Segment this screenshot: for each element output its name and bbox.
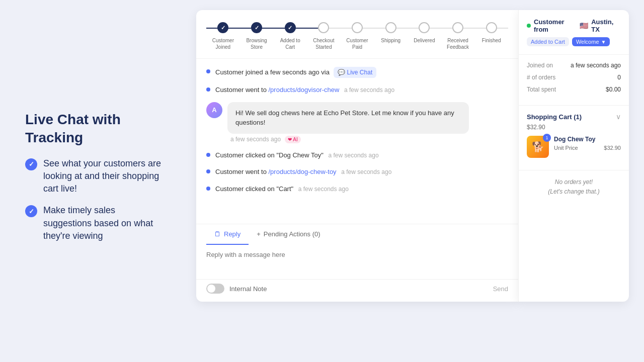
reply-input[interactable]	[206, 251, 508, 271]
livechat-icon: 💬	[338, 68, 345, 77]
check-icon-1	[25, 158, 37, 170]
step-label-9: Finished	[482, 37, 501, 44]
steps-row: CustomerJoined BrowsingStore Added toCar…	[206, 22, 508, 50]
orders-label: # of orders	[527, 74, 555, 81]
no-orders-line1: No orders yet!	[527, 177, 621, 187]
step-circle-1	[217, 22, 228, 33]
chat-footer: Internal Note Send	[196, 279, 518, 302]
feature-text-1: See what your customers are looking at a…	[43, 157, 166, 196]
event-time-2: a few seconds ago	[344, 86, 394, 94]
badge-welcome: Welcome ▼	[572, 37, 610, 46]
step-browsing-store: BrowsingStore	[240, 22, 274, 50]
tab-reply[interactable]: 🗒 Reply	[206, 224, 249, 245]
message-meta-1: a few seconds ago ❤ AI	[227, 136, 469, 143]
event-text-joined: Customer joined a few seconds ago via 💬 …	[215, 67, 376, 78]
event-dot-5	[206, 187, 210, 191]
unit-price-value: $32.90	[604, 145, 621, 151]
right-panel: Customer from 🇺🇸 Austin, TX Added to Car…	[518, 10, 629, 302]
chevron-down-icon: ▼	[601, 39, 606, 45]
step-customer-paid: CustomerPaid	[341, 22, 374, 50]
joined-value: a few seconds ago	[571, 62, 621, 69]
step-finished: Finished	[474, 22, 508, 44]
cart-item-1: 🐕 1 Dog Chew Toy Unit Price $32.90	[527, 131, 621, 163]
chat-messages[interactable]: Customer joined a few seconds ago via 💬 …	[196, 59, 518, 224]
product-quantity-badge: 1	[543, 134, 551, 142]
product-price-row: Unit Price $32.90	[554, 145, 621, 151]
event-text-clicked-toy: Customer clicked on "Dog Chew Toy" a few…	[215, 150, 379, 160]
no-orders-text: No orders yet! (Let's change that.)	[527, 177, 621, 197]
check-icon-2	[25, 205, 37, 217]
step-circle-2	[251, 22, 262, 33]
cart-chevron-icon[interactable]: ∨	[616, 113, 621, 121]
page-title: Live Chat with Tracking	[25, 111, 166, 147]
feature-text-2: Make timely sales suggestions based on w…	[43, 204, 166, 242]
step-customer-joined: CustomerJoined	[206, 22, 240, 50]
feature-item-2: Make timely sales suggestions based on w…	[25, 204, 166, 242]
online-indicator	[527, 24, 531, 28]
link-dog-chew-toy[interactable]: /products/dog-chew-toy	[269, 168, 337, 175]
event-dot-1	[206, 69, 210, 73]
unit-price-label: Unit Price	[554, 145, 578, 151]
joined-label: Joined on	[527, 62, 553, 69]
chat-tabs: 🗒 Reply + Pending Actions (0)	[196, 224, 518, 245]
orders-section: No orders yet! (Let's change that.)	[519, 170, 629, 204]
reply-icon: 🗒	[214, 230, 221, 238]
event-time-4: a few seconds ago	[341, 168, 391, 175]
tab-pending-actions[interactable]: + Pending Actions (0)	[249, 224, 328, 245]
info-joined: Joined on a few seconds ago	[527, 62, 621, 69]
step-circle-5	[352, 22, 363, 33]
event-joined: Customer joined a few seconds ago via 💬 …	[206, 67, 508, 78]
customer-title: Customer from 🇺🇸 Austin, TX	[527, 18, 621, 33]
customer-location: Austin, TX	[591, 18, 621, 33]
step-label-1: CustomerJoined	[212, 37, 234, 50]
step-label-8: ReceivedFeedback	[447, 37, 469, 50]
event-went-to-1: Customer went to /products/dogvisor-chew…	[206, 85, 508, 95]
event-clicked-toy: Customer clicked on "Dog Chew Toy" a few…	[206, 150, 508, 160]
product-thumbnail: 🐕 1	[527, 136, 549, 158]
customer-header: Customer from 🇺🇸 Austin, TX Added to Car…	[519, 10, 629, 55]
step-shipping: Shipping	[374, 22, 408, 44]
internal-note-label: Internal Note	[229, 285, 267, 293]
ai-badge: ❤ AI	[285, 136, 301, 143]
step-circle-3	[285, 22, 296, 33]
cart-total: $32.90	[527, 124, 621, 131]
step-checkout-started: CheckoutStarted	[307, 22, 341, 50]
no-orders-line2: (Let's change that.)	[527, 187, 621, 197]
main-area: CustomerJoined BrowsingStore Added toCar…	[191, 0, 644, 362]
cart-title: Shopping Cart (1)	[527, 113, 582, 121]
product-emoji: 🐕	[532, 141, 544, 153]
link-dogvisor[interactable]: /products/dogvisor-chew	[269, 86, 340, 94]
customer-from-label: Customer from	[534, 18, 577, 33]
event-text-went-1: Customer went to /products/dogvisor-chew…	[215, 85, 394, 95]
step-circle-4	[318, 22, 329, 33]
step-label-5: CustomerPaid	[346, 37, 368, 50]
flag-icon: 🇺🇸	[580, 22, 588, 30]
chat-panel: CustomerJoined BrowsingStore Added toCar…	[196, 10, 518, 302]
step-added-to-cart: Added toCart	[273, 22, 307, 50]
badge-added-to-cart: Added to Cart	[527, 37, 569, 46]
reply-tab-label: Reply	[224, 230, 240, 238]
product-details: Dog Chew Toy Unit Price $32.90	[554, 136, 621, 151]
send-button[interactable]: Send	[493, 285, 508, 293]
message-text-1: Hi! We sell dog chews here at Echo Pet S…	[235, 109, 454, 127]
welcome-label: Welcome	[576, 39, 599, 45]
left-panel: Live Chat with Tracking See what your cu…	[0, 90, 191, 272]
internal-note-toggle[interactable]	[206, 284, 224, 294]
product-name: Dog Chew Toy	[554, 136, 621, 143]
event-clicked-cart: Customer clicked on "Cart" a few seconds…	[206, 184, 508, 194]
step-circle-7	[419, 22, 430, 33]
step-label-7: Delivered	[414, 37, 435, 44]
info-spent: Total spent $0.00	[527, 86, 621, 93]
message-time-1: a few seconds ago	[230, 136, 281, 143]
spent-label: Total spent	[527, 86, 556, 93]
step-label-4: CheckoutStarted	[313, 37, 334, 50]
step-received-feedback: ReceivedFeedback	[441, 22, 475, 50]
event-dot-4	[206, 169, 210, 173]
cart-header: Shopping Cart (1) ∨	[527, 113, 621, 121]
event-dot-2	[206, 87, 210, 92]
feature-list: See what your customers are looking at a…	[25, 157, 166, 242]
orders-value: 0	[617, 74, 621, 81]
event-text-went-2: Customer went to /products/dog-chew-toy …	[215, 167, 391, 177]
event-time-3: a few seconds ago	[329, 152, 379, 159]
customer-info: Joined on a few seconds ago # of orders …	[519, 55, 629, 106]
